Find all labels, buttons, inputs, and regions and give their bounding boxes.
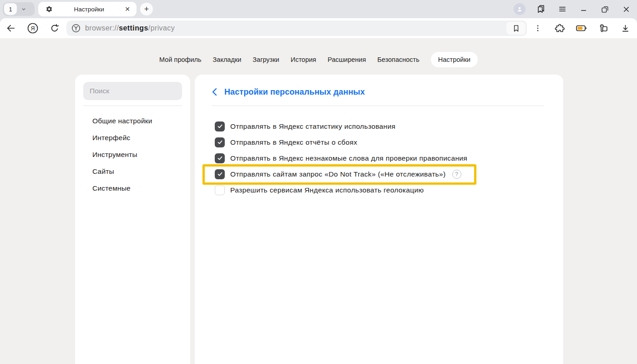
toolbar: Я browser://settings/privacy <box>0 18 637 38</box>
yandex-logo-icon: Я <box>27 22 39 34</box>
option-row-4: Отправлять сайтам запрос «Do Not Track» … <box>212 166 544 182</box>
sidebar-item-2[interactable]: Интерфейс <box>83 129 182 146</box>
back-button[interactable] <box>0 18 22 38</box>
checkbox-checked[interactable] <box>215 121 225 131</box>
panel-divider <box>212 106 544 106</box>
option-row-2: Отправлять в Яндекс отчёты о сбоях <box>212 134 544 150</box>
option-label: Разрешить сервисам Яндекса использовать … <box>230 186 424 194</box>
bookmark-page-button[interactable] <box>506 22 526 35</box>
nav-tab-5[interactable]: Расширения <box>328 56 366 63</box>
window-minimize-button[interactable] <box>573 0 594 18</box>
yandex-home-button[interactable]: Я <box>22 18 44 38</box>
privacy-settings-panel: Настройки персональных данных Отправлять… <box>195 75 563 364</box>
maximize-icon <box>601 5 609 14</box>
settings-search-input[interactable]: Поиск <box>83 82 182 100</box>
back-arrow-icon <box>6 23 16 33</box>
minimize-icon <box>580 5 588 13</box>
help-icon[interactable]: ? <box>452 170 461 179</box>
option-label: Отправлять сайтам запрос «Do Not Track» … <box>230 170 446 178</box>
battery-icon <box>576 22 587 34</box>
close-icon <box>622 5 631 14</box>
chevron-down-icon <box>20 6 27 12</box>
option-row-3: Отправлять в Яндекс незнакомые слова для… <box>212 150 544 166</box>
profile-avatar[interactable] <box>509 0 530 18</box>
reload-button[interactable] <box>44 18 66 38</box>
new-tab-button[interactable]: + <box>140 3 153 15</box>
nav-tab-4[interactable]: История <box>291 56 316 63</box>
option-label: Отправлять в Яндекс статистику использов… <box>230 122 395 131</box>
back-chevron-icon[interactable] <box>212 88 217 96</box>
tab-counter[interactable]: 1 <box>4 3 17 15</box>
sidebar-divider <box>83 106 182 106</box>
option-row-1: Отправлять в Яндекс статистику использов… <box>212 118 544 134</box>
hamburger-icon <box>558 5 567 14</box>
key-card-icon <box>598 23 609 34</box>
option-row-5: Разрешить сервисам Яндекса использовать … <box>212 182 544 198</box>
bookmarks-icon <box>536 4 546 14</box>
puzzle-icon <box>555 23 565 34</box>
window-close-button[interactable] <box>616 0 637 18</box>
gear-icon <box>45 5 53 13</box>
sidebar-item-1[interactable]: Общие настройки <box>83 112 182 129</box>
checkbox-unchecked[interactable] <box>215 185 225 195</box>
kebab-icon <box>534 24 542 32</box>
nav-tab-7[interactable]: Настройки <box>431 52 478 67</box>
svg-text:Я: Я <box>30 25 35 32</box>
tab-counter-group[interactable]: 1 <box>3 2 35 16</box>
settings-sidebar: Поиск Общие настройкиИнтерфейсИнструмент… <box>75 75 190 364</box>
downloads-button[interactable] <box>614 18 636 38</box>
more-options-button[interactable] <box>527 18 549 38</box>
extensions-button[interactable] <box>549 18 571 38</box>
sidebar-item-4[interactable]: Сайты <box>83 163 182 180</box>
option-label: Отправлять в Яндекс отчёты о сбоях <box>230 138 357 147</box>
bookmark-flag-icon <box>512 24 521 33</box>
nav-tab-2[interactable]: Закладки <box>213 56 242 63</box>
address-bar[interactable]: browser://settings/privacy <box>66 20 527 36</box>
sidebar-item-3[interactable]: Инструменты <box>83 146 182 163</box>
browser-menu-button[interactable] <box>551 0 573 18</box>
tab-title: Настройки <box>53 6 125 13</box>
checkbox-checked[interactable] <box>215 153 225 163</box>
titlebar: 1 Настройки ✕ + <box>0 0 637 18</box>
person-icon <box>516 5 523 13</box>
settings-nav-tabs: Мой профильЗакладкиЗагрузкиИсторияРасшир… <box>0 52 637 67</box>
nav-tab-1[interactable]: Мой профиль <box>159 56 201 63</box>
site-icon <box>71 23 81 33</box>
checkbox-checked[interactable] <box>215 169 225 179</box>
window-maximize-button[interactable] <box>594 0 616 18</box>
bookmarks-panel-button[interactable] <box>530 0 551 18</box>
panel-title: Настройки персональных данных <box>224 87 365 97</box>
checkbox-checked[interactable] <box>215 137 225 147</box>
nav-tab-3[interactable]: Загрузки <box>253 56 279 63</box>
download-icon <box>621 24 630 33</box>
tab-close-icon[interactable]: ✕ <box>125 5 130 13</box>
nav-tab-6[interactable]: Безопасность <box>377 56 420 63</box>
passwords-button[interactable] <box>592 18 614 38</box>
sidebar-item-5[interactable]: Системные <box>83 180 182 197</box>
battery-saver-button[interactable] <box>571 18 592 38</box>
settings-page: Мой профильЗакладкиЗагрузкиИсторияРасшир… <box>0 38 637 364</box>
option-label: Отправлять в Яндекс незнакомые слова для… <box>230 154 467 162</box>
url-text[interactable]: browser://settings/privacy <box>85 24 175 32</box>
browser-tab-settings[interactable]: Настройки ✕ <box>38 2 136 16</box>
reload-icon <box>50 23 60 33</box>
